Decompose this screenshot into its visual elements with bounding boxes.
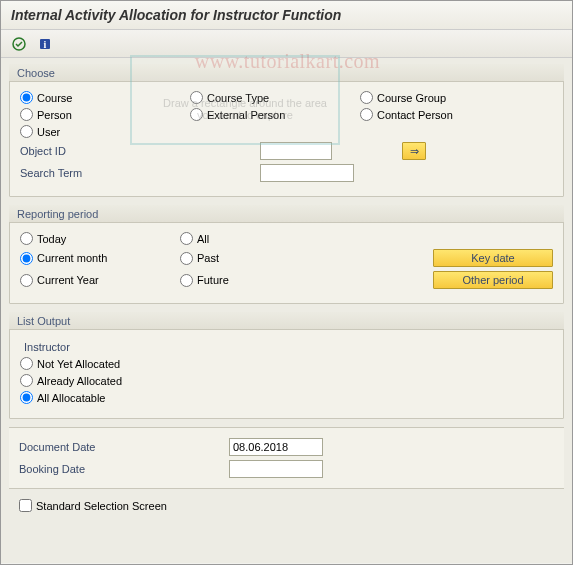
- reporting-period-legend: Reporting period: [9, 205, 564, 223]
- radio-course[interactable]: [20, 91, 33, 104]
- radio-all-allocatable-label: All Allocatable: [37, 392, 106, 404]
- list-output-legend: List Output: [9, 312, 564, 330]
- radio-already-allocated[interactable]: [20, 374, 33, 387]
- object-id-label: Object ID: [20, 145, 160, 157]
- object-id-input[interactable]: [260, 142, 332, 160]
- radio-current-month[interactable]: [20, 252, 33, 265]
- radio-course-group[interactable]: [360, 91, 373, 104]
- info-icon[interactable]: i: [35, 34, 55, 54]
- radio-today[interactable]: [20, 232, 33, 245]
- execute-icon[interactable]: [9, 34, 29, 54]
- radio-not-yet-allocated-label: Not Yet Allocated: [37, 358, 120, 370]
- radio-course-label: Course: [37, 92, 72, 104]
- radio-course-type[interactable]: [190, 91, 203, 104]
- toolbar: i: [1, 30, 572, 58]
- reporting-period-group: Reporting period Today All Current month: [9, 205, 564, 304]
- radio-today-label: Today: [37, 233, 66, 245]
- radio-external-person-label: External Person: [207, 109, 285, 121]
- standard-selection-checkbox[interactable]: [19, 499, 32, 512]
- radio-past[interactable]: [180, 252, 193, 265]
- radio-all-allocatable[interactable]: [20, 391, 33, 404]
- radio-future[interactable]: [180, 274, 193, 287]
- radio-current-year[interactable]: [20, 274, 33, 287]
- radio-course-type-label: Course Type: [207, 92, 269, 104]
- standard-selection-label: Standard Selection Screen: [36, 500, 167, 512]
- choose-legend: Choose: [9, 64, 564, 82]
- radio-future-label: Future: [197, 274, 229, 286]
- radio-current-year-label: Current Year: [37, 274, 99, 286]
- choose-group: Choose Course Course Type Course Group: [9, 64, 564, 197]
- radio-current-month-label: Current month: [37, 252, 107, 264]
- page-title: Internal Activity Allocation for Instruc…: [1, 1, 572, 30]
- key-date-button[interactable]: Key date: [433, 249, 553, 267]
- radio-user-label: User: [37, 126, 60, 138]
- search-term-label: Search Term: [20, 167, 160, 179]
- radio-contact-person-label: Contact Person: [377, 109, 453, 121]
- radio-all[interactable]: [180, 232, 193, 245]
- radio-person[interactable]: [20, 108, 33, 121]
- booking-date-label: Booking Date: [19, 463, 229, 475]
- radio-course-group-label: Course Group: [377, 92, 446, 104]
- document-date-label: Document Date: [19, 441, 229, 453]
- search-term-input[interactable]: [260, 164, 354, 182]
- continue-button[interactable]: ⇒: [402, 142, 426, 160]
- instructor-label: Instructor: [24, 341, 553, 353]
- svg-text:i: i: [44, 39, 47, 50]
- radio-already-allocated-label: Already Allocated: [37, 375, 122, 387]
- radio-all-label: All: [197, 233, 209, 245]
- radio-past-label: Past: [197, 252, 219, 264]
- radio-external-person[interactable]: [190, 108, 203, 121]
- list-output-group: List Output Instructor Not Yet Allocated…: [9, 312, 564, 419]
- radio-not-yet-allocated[interactable]: [20, 357, 33, 370]
- dates-section: Document Date Booking Date: [9, 427, 564, 489]
- booking-date-input[interactable]: [229, 460, 323, 478]
- other-period-button[interactable]: Other period: [433, 271, 553, 289]
- document-date-input[interactable]: [229, 438, 323, 456]
- radio-user[interactable]: [20, 125, 33, 138]
- radio-contact-person[interactable]: [360, 108, 373, 121]
- radio-person-label: Person: [37, 109, 72, 121]
